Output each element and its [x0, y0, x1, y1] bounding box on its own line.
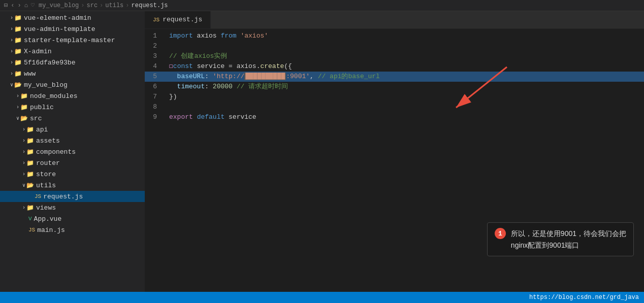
- chevron-right-icon: ›: [22, 160, 25, 166]
- sidebar-label: node_modules: [30, 92, 78, 100]
- folder-icon: 📁: [26, 171, 34, 178]
- sidebar-label: vue-element-admin: [24, 14, 91, 22]
- chevron-right-icon: ›: [10, 49, 13, 54]
- line-content: export default service: [165, 112, 644, 122]
- line-content: // 创建axios实例: [165, 51, 644, 61]
- sidebar-item-src[interactable]: ∨ 📂 src: [0, 113, 145, 124]
- tab-request-js[interactable]: JS request.js: [145, 11, 211, 28]
- line-content: ◻const service = axios.create({: [165, 61, 644, 72]
- breadcrumb-sep3: ›: [125, 2, 129, 9]
- chevron-right-icon: ›: [10, 38, 13, 43]
- folder-icon: 📁: [26, 159, 34, 167]
- sidebar-label: vue-admin-template: [24, 25, 95, 33]
- sidebar-label: utils: [36, 182, 56, 189]
- line-number: 8: [145, 102, 165, 112]
- js-file-icon: JS: [28, 227, 35, 233]
- code-line-3: 3 // 创建axios实例: [145, 51, 644, 61]
- tab-label: request.js: [163, 16, 202, 23]
- sidebar-item-api[interactable]: › 📁 api: [0, 124, 145, 135]
- code-line-9: 9 export default service: [145, 112, 644, 122]
- folder-icon: 📁: [14, 14, 22, 22]
- sidebar-label: App.vue: [34, 215, 62, 223]
- sidebar-item-starter-template[interactable]: › 📁 starter-template-master: [0, 35, 145, 46]
- folder-open-icon: 📂: [26, 182, 34, 189]
- sidebar-item-my-vue-blog[interactable]: ∨ 📂 my_vue_blog: [0, 79, 145, 90]
- sidebar-item-views[interactable]: › 📁 views: [0, 202, 145, 213]
- sidebar-item-router[interactable]: › 📁 router: [0, 157, 145, 169]
- sidebar-label: views: [36, 204, 56, 212]
- chevron-right-icon: ›: [10, 60, 13, 65]
- bookmark-icon[interactable]: ♡: [31, 2, 35, 9]
- line-number: 7: [145, 92, 165, 102]
- chevron-down-icon: ∨: [16, 115, 19, 121]
- sidebar-item-x-admin[interactable]: › 📁 X-admin: [0, 46, 145, 57]
- back-icon[interactable]: ‹: [11, 2, 14, 9]
- breadcrumb-sep2: ›: [100, 2, 103, 9]
- chevron-right-icon: ›: [16, 105, 19, 110]
- folder-icon: 📁: [26, 137, 34, 145]
- sidebar-item-public[interactable]: › 📁 public: [0, 102, 145, 113]
- line-number: 9: [145, 112, 165, 122]
- code-line-4: 4 ◻const service = axios.create({: [145, 61, 644, 72]
- status-bar: https://blog.csdn.net/grd_java: [0, 292, 644, 303]
- sidebar-item-www[interactable]: › 📁 www: [0, 68, 145, 79]
- tab-file-icon: JS: [153, 17, 159, 23]
- folder-icon: 📁: [26, 148, 34, 156]
- breadcrumb-src: src: [87, 2, 98, 9]
- code-line-7: 7 }): [145, 92, 644, 102]
- vue-file-icon: V: [28, 216, 32, 222]
- folder-icon: 📁: [20, 104, 28, 111]
- folder-icon: 📁: [14, 59, 22, 66]
- sidebar-label: 5f16dfa9e93be: [24, 59, 75, 66]
- main-layout: › 📁 vue-element-admin › 📁 vue-admin-temp…: [0, 11, 644, 292]
- folder-open-icon: 📂: [14, 81, 22, 89]
- sidebar-item-main-js[interactable]: JS main.js: [0, 224, 145, 235]
- chevron-right-icon: ›: [22, 172, 25, 177]
- sidebar-item-utils[interactable]: ∨ 📂 utils: [0, 180, 145, 191]
- window-icon: ⊟: [4, 2, 8, 9]
- chevron-right-icon: ›: [22, 138, 25, 144]
- sidebar-item-vue-admin-template[interactable]: › 📁 vue-admin-template: [0, 23, 145, 35]
- folder-icon: 📁: [14, 37, 22, 44]
- chevron-right-icon: ›: [10, 26, 13, 32]
- file-explorer[interactable]: › 📁 vue-element-admin › 📁 vue-admin-temp…: [0, 11, 145, 292]
- sidebar-item-assets[interactable]: › 📁 assets: [0, 135, 145, 146]
- line-number: 5: [145, 72, 165, 82]
- breadcrumb-sep: ›: [81, 2, 84, 9]
- code-line-6: 6 timeout: 20000 // 请求超时时间: [145, 82, 644, 92]
- sidebar-item-store[interactable]: › 📁 store: [0, 169, 145, 180]
- sidebar-item-hash[interactable]: › 📁 5f16dfa9e93be: [0, 57, 145, 68]
- tooltip-badge: 1: [495, 228, 506, 239]
- code-line-1: 1 import axios from 'axios': [145, 31, 644, 41]
- sidebar-label: router: [36, 159, 60, 167]
- chevron-right-icon: ›: [16, 93, 19, 99]
- chevron-right-icon: ›: [22, 205, 25, 211]
- line-content: timeout: 20000 // 请求超时时间: [165, 82, 644, 92]
- tab-bar: JS request.js: [145, 11, 644, 29]
- folder-icon: 📁: [26, 204, 34, 212]
- chevron-down-icon: ∨: [22, 182, 25, 188]
- sidebar-item-components[interactable]: › 📁 components: [0, 146, 145, 157]
- sidebar-label: src: [30, 115, 42, 122]
- sidebar-label: www: [24, 70, 36, 78]
- sidebar-label: store: [36, 171, 56, 178]
- sidebar-item-vue-element-admin[interactable]: › 📁 vue-element-admin: [0, 12, 145, 23]
- sidebar-item-request-js[interactable]: JS request.js: [0, 191, 145, 202]
- line-number: 6: [145, 82, 165, 92]
- home-icon[interactable]: ⌂: [24, 2, 28, 9]
- folder-icon: 📁: [14, 70, 22, 78]
- breadcrumb: my_vue_blog › src › utils › request.js: [39, 2, 168, 9]
- sidebar-label: main.js: [37, 226, 65, 234]
- sidebar-label: request.js: [43, 193, 83, 200]
- sidebar-item-app-vue[interactable]: V App.vue: [0, 213, 145, 224]
- sidebar-label: assets: [36, 137, 60, 145]
- folder-open-icon: 📂: [20, 115, 28, 122]
- sidebar-label: api: [36, 126, 48, 133]
- line-number: 3: [145, 51, 165, 61]
- sidebar-item-node-modules[interactable]: › 📁 node_modules: [0, 90, 145, 102]
- chevron-right-icon: ›: [22, 149, 25, 155]
- chevron-right-icon: ›: [22, 127, 25, 132]
- top-bar: ⊟ ‹ › ⌂ ♡ my_vue_blog › src › utils › re…: [0, 0, 644, 11]
- sidebar-label: starter-template-master: [24, 37, 115, 44]
- forward-icon[interactable]: ›: [17, 2, 21, 9]
